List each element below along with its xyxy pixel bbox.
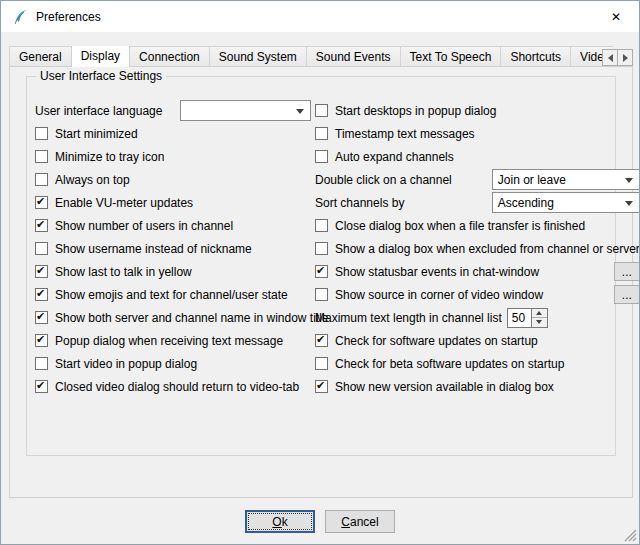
checkbox[interactable] <box>315 150 328 163</box>
tab[interactable]: Text To Speech <box>400 46 502 66</box>
checkbox[interactable] <box>315 127 328 140</box>
language-dropdown[interactable] <box>180 100 311 121</box>
checkbox-row[interactable]: Start minimized <box>35 122 311 145</box>
checkbox-row[interactable]: Enable VU-meter updates <box>35 191 311 214</box>
max-text-length-row: Maximum text length in channel list 50 <box>315 306 640 329</box>
tab-label: Shortcuts <box>510 50 561 64</box>
checkbox[interactable] <box>315 288 328 301</box>
checkbox-row[interactable]: Show a dialog box when excluded from cha… <box>315 237 640 260</box>
sort-channels-dropdown[interactable]: Ascending <box>492 192 640 213</box>
checkbox-row[interactable]: Check for beta software updates on start… <box>315 352 640 375</box>
checkbox-label: Enable VU-meter updates <box>55 196 193 210</box>
checkbox[interactable] <box>35 265 48 278</box>
checkbox-row[interactable]: Show both server and channel name in win… <box>35 306 311 329</box>
checkbox[interactable] <box>35 127 48 140</box>
checkbox[interactable] <box>315 357 328 370</box>
checkbox-row[interactable]: Always on top <box>35 168 311 191</box>
left-column: User interface language Start minimized <box>35 99 311 398</box>
checkbox-label: Closed video dialog should return to vid… <box>55 380 299 394</box>
checkbox[interactable] <box>315 104 328 117</box>
tab-label: Text To Speech <box>410 50 492 64</box>
sort-channels-dropdown-value: Ascending <box>498 196 554 210</box>
checkbox[interactable] <box>315 219 328 232</box>
tab-bar: General Display Connection Sound System … <box>9 46 613 67</box>
checkbox[interactable] <box>35 380 48 393</box>
checkbox-row[interactable]: Auto expand channels <box>315 145 640 168</box>
checkbox-label: Show statusbar events in chat-window <box>335 265 539 279</box>
checkbox-row[interactable]: Start desktops in popup dialog <box>315 99 640 122</box>
checkbox[interactable] <box>35 196 48 209</box>
checkbox-label: Auto expand channels <box>335 150 454 164</box>
checkbox-label: Check for software updates on startup <box>335 334 538 348</box>
chevron-down-icon <box>296 109 304 114</box>
tab[interactable]: Sound System <box>209 46 307 66</box>
checkbox-label: Show username instead of nickname <box>55 242 252 256</box>
close-button[interactable]: ✕ <box>593 1 639 32</box>
ui-settings-groupbox: User Interface Settings User interface l… <box>26 76 616 456</box>
checkbox-row[interactable]: Show emojis and text for channel/user st… <box>35 283 311 306</box>
tab[interactable]: Connection <box>129 46 210 66</box>
checkbox-label: Close dialog box when a file transfer is… <box>335 219 585 233</box>
double-click-row: Double click on a channel Join or leave <box>315 168 640 191</box>
settings-columns: User interface language Start minimized <box>27 77 615 398</box>
checkbox[interactable] <box>315 334 328 347</box>
checkbox-row[interactable]: Show new version available in dialog box <box>315 375 640 398</box>
checkbox[interactable] <box>35 334 48 347</box>
max-text-length-spinner[interactable]: 50 <box>507 308 548 328</box>
tab[interactable]: Sound Events <box>306 46 401 66</box>
checkbox-row[interactable]: Check for software updates on startup <box>315 329 640 352</box>
tab[interactable]: Shortcuts <box>500 46 571 66</box>
video-source-more-button[interactable]: ... <box>614 285 640 304</box>
cancel-button-label: Cancel <box>341 515 378 529</box>
checkbox[interactable] <box>35 219 48 232</box>
checkbox[interactable] <box>315 242 328 255</box>
video-source-row[interactable]: Show source in corner of video window ..… <box>315 283 640 306</box>
statusbar-events-more-button[interactable]: ... <box>614 262 640 281</box>
tab[interactable]: Display <box>71 46 130 67</box>
tab-label: Display <box>81 49 120 63</box>
checkbox-row[interactable]: Timestamp text messages <box>315 122 640 145</box>
resize-grip[interactable] <box>624 529 637 542</box>
checkbox-label: Show a dialog box when excluded from cha… <box>335 242 640 256</box>
checkbox[interactable] <box>35 357 48 370</box>
chevron-down-icon <box>625 178 633 183</box>
checkbox-row[interactable]: Show last to talk in yellow <box>35 260 311 283</box>
tab-scroll-right-button[interactable] <box>617 49 633 66</box>
preferences-dialog: Preferences ✕ General Display Connection… <box>0 0 640 545</box>
checkbox[interactable] <box>315 265 328 278</box>
checkbox-label: Start minimized <box>55 127 138 141</box>
checkbox-row[interactable]: Closed video dialog should return to vid… <box>35 375 311 398</box>
ok-button-label: Ok <box>272 515 287 529</box>
max-text-length-value[interactable]: 50 <box>507 308 531 328</box>
checkbox[interactable] <box>35 173 48 186</box>
checkbox-label: Popup dialog when receiving text message <box>55 334 283 348</box>
double-click-label: Double click on a channel <box>315 173 452 187</box>
checkbox-row[interactable]: Show username instead of nickname <box>35 237 311 260</box>
double-click-dropdown[interactable]: Join or leave <box>492 169 640 190</box>
checkbox-label: Show number of users in channel <box>55 219 233 233</box>
statusbar-events-row[interactable]: Show statusbar events in chat-window ... <box>315 260 640 283</box>
checkbox[interactable] <box>35 150 48 163</box>
title-bar: Preferences ✕ <box>1 1 639 32</box>
checkbox-label: Check for beta software updates on start… <box>335 357 564 371</box>
checkbox[interactable] <box>35 242 48 255</box>
spinner-up-icon[interactable] <box>532 309 547 319</box>
display-tab-page: User Interface Settings User interface l… <box>9 66 633 498</box>
ok-button[interactable]: Ok <box>245 510 315 533</box>
checkbox-row[interactable]: Close dialog box when a file transfer is… <box>315 214 640 237</box>
checkbox-row[interactable]: Minimize to tray icon <box>35 145 311 168</box>
checkbox-label: Always on top <box>55 173 130 187</box>
checkbox-label: Show new version available in dialog box <box>335 380 554 394</box>
tab[interactable]: General <box>9 46 72 66</box>
spinner-down-icon[interactable] <box>532 318 547 327</box>
checkbox[interactable] <box>315 380 328 393</box>
checkbox-row[interactable]: Show number of users in channel <box>35 214 311 237</box>
checkbox[interactable] <box>35 288 48 301</box>
cancel-button[interactable]: Cancel <box>325 510 395 533</box>
tab-scroll-left-button[interactable] <box>602 49 618 66</box>
checkbox-row[interactable]: Popup dialog when receiving text message <box>35 329 311 352</box>
checkbox-row[interactable]: Start video in popup dialog <box>35 352 311 375</box>
checkbox[interactable] <box>35 311 48 324</box>
sort-channels-label: Sort channels by <box>315 196 404 210</box>
app-icon <box>12 9 28 25</box>
